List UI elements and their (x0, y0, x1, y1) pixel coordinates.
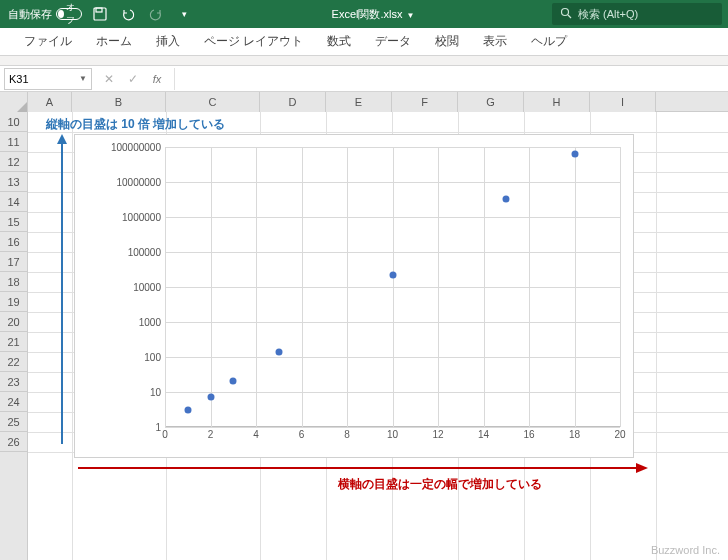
search-input[interactable] (578, 8, 714, 20)
ribbon-collapsed-area (0, 56, 728, 66)
x-tick-label: 4 (253, 427, 259, 440)
filename-label: Excel関数.xlsx (332, 8, 403, 20)
column-headers: ABCDEFGHI (0, 92, 728, 112)
column-header[interactable]: E (326, 92, 392, 112)
y-tick-label: 10 (150, 387, 165, 398)
row-header[interactable]: 15 (0, 212, 27, 232)
column-header[interactable]: D (260, 92, 326, 112)
footer-brand: Buzzword Inc. (651, 544, 720, 556)
svg-line-3 (568, 15, 571, 18)
worksheet-grid[interactable]: ABCDEFGHI 101112131415161718192021222324… (0, 92, 728, 560)
tab-view[interactable]: 表示 (471, 28, 519, 56)
x-tick-label: 2 (208, 427, 214, 440)
data-point (207, 394, 214, 401)
y-tick-label: 100 (144, 352, 165, 363)
filename-dropdown-icon[interactable]: ▼ (406, 11, 414, 20)
row-header[interactable]: 13 (0, 172, 27, 192)
row-header[interactable]: 26 (0, 432, 27, 452)
column-header[interactable]: I (590, 92, 656, 112)
row-header[interactable]: 17 (0, 252, 27, 272)
y-tick-label: 1000000 (122, 212, 165, 223)
column-header[interactable]: G (458, 92, 524, 112)
save-icon[interactable] (90, 4, 110, 24)
fx-icon[interactable]: fx (146, 68, 168, 90)
svg-point-2 (562, 9, 569, 16)
x-tick-label: 20 (614, 427, 625, 440)
ribbon-tabs: ファイル ホーム 挿入 ページ レイアウト 数式 データ 校閲 表示 ヘルプ (0, 28, 728, 56)
window-title: Excel関数.xlsx▼ (194, 7, 552, 22)
x-tick-label: 10 (387, 427, 398, 440)
y-tick-label: 10000 (133, 282, 165, 293)
column-header[interactable]: C (166, 92, 260, 112)
column-header[interactable]: F (392, 92, 458, 112)
row-header[interactable]: 21 (0, 332, 27, 352)
tab-help[interactable]: ヘルプ (519, 28, 579, 56)
y-axis-arrow-icon (56, 134, 68, 444)
tab-formulas[interactable]: 数式 (315, 28, 363, 56)
name-box-dropdown-icon[interactable]: ▼ (79, 74, 87, 83)
x-axis-arrow-icon (78, 462, 648, 474)
y-tick-label: 1000 (139, 317, 165, 328)
autosave-toggle[interactable]: 自動保存 オフ (8, 7, 82, 22)
data-point (275, 348, 282, 355)
x-tick-label: 8 (344, 427, 350, 440)
data-point (389, 272, 396, 279)
row-header[interactable]: 16 (0, 232, 27, 252)
row-header[interactable]: 20 (0, 312, 27, 332)
x-tick-label: 16 (523, 427, 534, 440)
tab-data[interactable]: データ (363, 28, 423, 56)
tab-insert[interactable]: 挿入 (144, 28, 192, 56)
row-header[interactable]: 22 (0, 352, 27, 372)
row-headers: 1011121314151617181920212223242526 (0, 112, 28, 560)
undo-icon[interactable] (118, 4, 138, 24)
row-header[interactable]: 10 (0, 112, 27, 132)
tab-review[interactable]: 校閲 (423, 28, 471, 56)
row-header[interactable]: 19 (0, 292, 27, 312)
data-point (230, 378, 237, 385)
titlebar: 自動保存 オフ ▾ Excel関数.xlsx▼ (0, 0, 728, 28)
autosave-label: 自動保存 (8, 7, 52, 22)
y-tick-label: 10000000 (117, 177, 166, 188)
name-box[interactable]: K31 ▼ (4, 68, 92, 90)
row-header[interactable]: 23 (0, 372, 27, 392)
row-header[interactable]: 18 (0, 272, 27, 292)
select-all-corner[interactable] (0, 92, 28, 112)
tab-file[interactable]: ファイル (12, 28, 84, 56)
name-box-value: K31 (9, 73, 29, 85)
quick-access-toolbar: 自動保存 オフ ▾ (0, 4, 194, 24)
column-header[interactable]: H (524, 92, 590, 112)
row-header[interactable]: 11 (0, 132, 27, 152)
x-tick-label: 14 (478, 427, 489, 440)
cells-area[interactable]: 縦軸の目盛は 10 倍 増加している 110100100010000100000… (28, 112, 728, 560)
redo-icon[interactable] (146, 4, 166, 24)
search-box[interactable] (552, 3, 722, 25)
x-tick-label: 12 (432, 427, 443, 440)
qat-dropdown-icon[interactable]: ▾ (174, 4, 194, 24)
x-tick-label: 6 (299, 427, 305, 440)
x-tick-label: 18 (569, 427, 580, 440)
row-header[interactable]: 14 (0, 192, 27, 212)
x-tick-label: 0 (162, 427, 168, 440)
column-header[interactable]: A (28, 92, 72, 112)
formula-bar: K31 ▼ ✕ ✓ fx (0, 66, 728, 92)
y-axis-annotation: 縦軸の目盛は 10 倍 増加している (46, 116, 225, 133)
data-point (184, 407, 191, 414)
x-axis-annotation: 横軸の目盛は一定の幅で増加している (338, 476, 542, 493)
plot-area: 1101001000100001000001000000100000001000… (165, 147, 620, 427)
row-header[interactable]: 24 (0, 392, 27, 412)
y-tick-label: 100000000 (111, 142, 165, 153)
data-point (503, 196, 510, 203)
data-point (571, 150, 578, 157)
column-header[interactable]: B (72, 92, 166, 112)
tab-pagelayout[interactable]: ページ レイアウト (192, 28, 315, 56)
tab-home[interactable]: ホーム (84, 28, 144, 56)
row-header[interactable]: 25 (0, 412, 27, 432)
row-header[interactable]: 12 (0, 152, 27, 172)
toggle-icon: オフ (56, 8, 82, 20)
enter-icon[interactable]: ✓ (122, 68, 144, 90)
chart-object[interactable]: 1101001000100001000001000000100000001000… (74, 134, 634, 458)
formula-input[interactable] (174, 68, 728, 90)
svg-rect-1 (96, 8, 102, 12)
cancel-icon[interactable]: ✕ (98, 68, 120, 90)
y-tick-label: 100000 (128, 247, 165, 258)
